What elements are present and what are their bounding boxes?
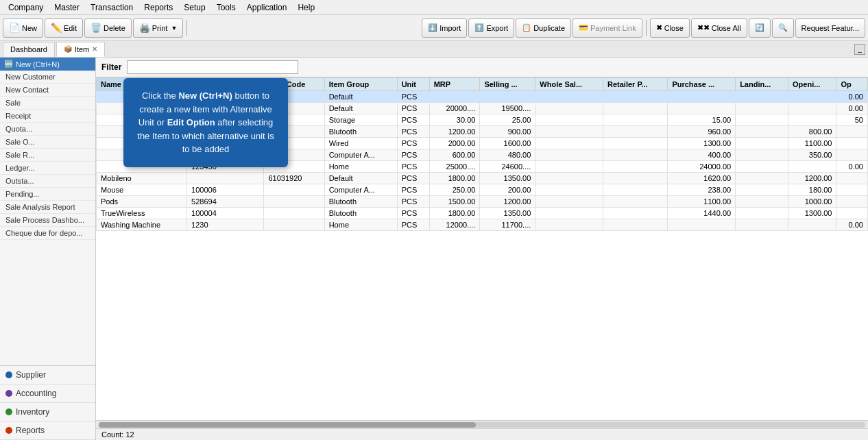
duplicate-icon: 📋 <box>522 23 531 32</box>
sidebar-item-quota[interactable]: Quota... <box>0 123 95 136</box>
print-dropdown-arrow[interactable]: ▼ <box>171 25 177 32</box>
window-controls: _ <box>853 44 865 55</box>
sidebar-item-sale-process[interactable]: Sale Process Dashbo... <box>0 214 95 227</box>
menu-master[interactable]: Master <box>49 1 85 14</box>
tab-dashboard[interactable]: Dashboard <box>3 42 55 57</box>
col-unit[interactable]: Unit <box>397 78 429 91</box>
sidebar-item-sale-o[interactable]: Sale O... <box>0 136 95 149</box>
delete-label: Delete <box>104 24 125 32</box>
horizontal-scrollbar[interactable] <box>96 420 868 428</box>
edit-button[interactable]: ✏️ Edit <box>45 19 83 38</box>
export-label: Export <box>486 24 508 32</box>
filter-bar: Filter <box>96 58 868 77</box>
window-minimize-button[interactable]: _ <box>854 44 865 55</box>
new-icon: 📄 <box>9 23 20 33</box>
sidebar-item-reports[interactable]: Reports <box>0 421 95 440</box>
export-button[interactable]: ⬆️ Export <box>468 19 514 38</box>
menu-company[interactable]: Company <box>3 1 49 14</box>
sidebar-item-supplier[interactable]: Supplier <box>0 366 95 384</box>
col-retailer[interactable]: Retailer P... <box>603 78 668 91</box>
col-mrp[interactable]: MRP <box>429 78 480 91</box>
request-feature-label: Request Featur... <box>801 24 859 32</box>
sidebar-item-sale-analysis[interactable]: Sale Analysis Report <box>0 201 95 214</box>
close-all-icon: ✖✖ <box>697 23 710 32</box>
sidebar-item-pending[interactable]: Pending... <box>0 188 95 201</box>
menu-application[interactable]: Application <box>241 1 293 14</box>
edit-icon: ✏️ <box>51 23 62 33</box>
table-row[interactable]: TrueWireless100004BlutoothPCS1800.001350… <box>97 208 868 219</box>
sidebar-item-new-contact[interactable]: New Contact <box>0 84 95 97</box>
sidebar-dropdown-icon: 🆕 <box>4 60 14 69</box>
delete-button[interactable]: 🗑️ Delete <box>84 19 132 38</box>
import-icon: ⬇️ <box>428 23 437 32</box>
col-landing[interactable]: Landin... <box>736 78 788 91</box>
content-area: Click the New (Ctrl+N) button to create … <box>96 58 868 440</box>
tab-item-close[interactable]: ✕ <box>92 45 97 53</box>
print-button[interactable]: 🖨️ Print ▼ <box>133 19 184 38</box>
menu-tools[interactable]: Tools <box>211 1 241 14</box>
tooltip-popup: Click the New (Ctrl+N) button to create … <box>123 78 288 167</box>
close-button[interactable]: ✖ Close <box>650 19 690 38</box>
sidebar-item-inventory[interactable]: Inventory <box>0 403 95 421</box>
scrollbar-thumb[interactable] <box>99 422 476 428</box>
menu-bar: Company Master Transaction Reports Setup… <box>0 0 868 15</box>
sidebar-item-ledger[interactable]: Ledger... <box>0 162 95 175</box>
duplicate-button[interactable]: 📋 Duplicate <box>516 19 571 38</box>
sidebar-item-accounting[interactable]: Accounting <box>0 384 95 403</box>
menu-setup[interactable]: Setup <box>178 1 210 14</box>
table-row[interactable]: Mobileno61031920DefaultPCS1800.001350.00… <box>97 173 868 184</box>
request-feature-button[interactable]: Request Featur... <box>795 19 865 38</box>
table-row[interactable]: Pods528694BlutoothPCS1500.001200.001100.… <box>97 196 868 208</box>
table-row[interactable]: Mouse100006Computer A...PCS250.00200.002… <box>97 184 868 196</box>
import-button[interactable]: ⬇️ Import <box>422 19 467 38</box>
refresh-button[interactable]: 🔄 <box>749 19 771 38</box>
sidebar-item-cheque[interactable]: Cheque due for depo... <box>0 227 95 240</box>
sidebar-item-sale[interactable]: Sale <box>0 97 95 110</box>
col-op[interactable]: Op <box>836 78 868 91</box>
col-selling[interactable]: Selling ... <box>480 78 535 91</box>
search-button[interactable]: 🔍 <box>772 19 794 38</box>
payment-link-icon: 💳 <box>579 23 588 32</box>
tab-bar: Dashboard 📦 Item ✕ _ <box>0 41 868 58</box>
supplier-label: Supplier <box>16 370 46 380</box>
tab-item[interactable]: 📦 Item ✕ <box>56 42 105 57</box>
sidebar-dropdown[interactable]: 🆕 New (Ctrl+N) <box>0 58 95 71</box>
scrollbar-track[interactable] <box>99 422 865 428</box>
close-all-button[interactable]: ✖✖ Close All <box>691 19 747 38</box>
menu-help[interactable]: Help <box>292 1 320 14</box>
count-label: Count: 12 <box>101 430 134 439</box>
sidebar-item-sale-r[interactable]: Sale R... <box>0 149 95 162</box>
sidebar-item-receipt[interactable]: Receipt <box>0 110 95 123</box>
filter-label: Filter <box>101 62 121 72</box>
new-button[interactable]: 📄 New <box>3 19 43 38</box>
import-label: Import <box>439 24 461 32</box>
sidebar-item-new-customer[interactable]: New Customer <box>0 71 95 84</box>
payment-link-button[interactable]: 💳 Payment Link <box>572 19 642 38</box>
tab-item-icon: 📦 <box>64 45 72 53</box>
close-all-label: Close All <box>712 24 741 32</box>
new-label: New <box>22 24 37 32</box>
tooltip-text: Click the New (Ctrl+N) button to create … <box>137 90 274 154</box>
menu-transaction[interactable]: Transaction <box>85 1 138 14</box>
toolbar: 📄 New ✏️ Edit 🗑️ Delete 🖨️ Print ▼ ⬇️ Im… <box>0 15 868 41</box>
close-icon: ✖ <box>656 23 662 32</box>
print-label: Print <box>152 24 168 32</box>
tab-item-label: Item <box>75 45 89 53</box>
inventory-label: Inventory <box>16 407 49 417</box>
filter-input[interactable] <box>127 60 298 74</box>
tab-dashboard-label: Dashboard <box>10 45 47 53</box>
table-row[interactable]: Washing Machine1230HomePCS12000....11700… <box>97 219 868 231</box>
refresh-icon: 🔄 <box>755 23 764 32</box>
sidebar-item-outsta[interactable]: Outsta... <box>0 175 95 188</box>
print-icon: 🖨️ <box>139 23 150 33</box>
duplicate-label: Duplicate <box>533 24 565 32</box>
col-wholesale[interactable]: Whole Sal... <box>535 78 603 91</box>
col-item-group[interactable]: Item Group <box>324 78 397 91</box>
col-purchase[interactable]: Purchase ... <box>668 78 736 91</box>
sidebar-dropdown-label: New (Ctrl+N) <box>16 60 60 69</box>
col-opening[interactable]: Openi... <box>788 78 836 91</box>
reports-label: Reports <box>16 426 45 435</box>
export-icon: ⬆️ <box>474 23 484 32</box>
menu-reports[interactable]: Reports <box>138 1 178 14</box>
delete-icon: 🗑️ <box>91 23 101 33</box>
